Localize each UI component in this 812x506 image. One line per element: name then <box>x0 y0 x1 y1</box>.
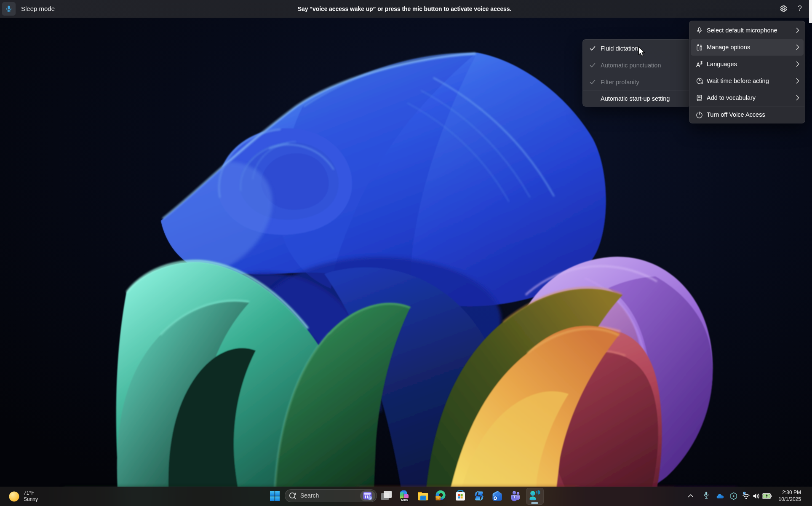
svg-text:M365: M365 <box>401 498 408 501</box>
